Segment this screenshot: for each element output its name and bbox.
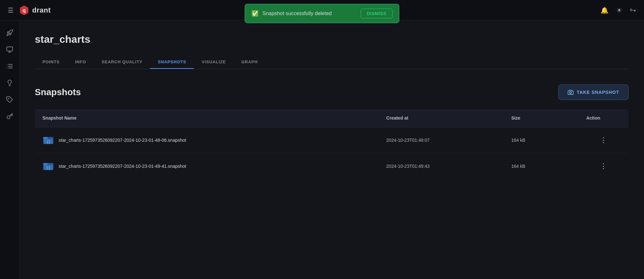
sidebar [0, 21, 19, 279]
tab-info[interactable]: INFO [67, 56, 94, 69]
svg-text:{ }: { } [47, 166, 50, 169]
logo-icon: q [19, 5, 30, 16]
col-header-size: Size [504, 109, 579, 127]
table-row: { } star_charts-1725973526092207-2024-10… [35, 153, 629, 179]
section-title: Snapshots [35, 87, 81, 97]
snapshot-size-1: 164 kB [504, 153, 579, 179]
table-header-row: Snapshot Name Created at Size Action [35, 109, 629, 127]
snapshot-size-0: 164 kB [504, 127, 579, 153]
tab-points[interactable]: POINTS [35, 56, 67, 69]
take-snapshot-label: TAKE SNAPSHOT [577, 90, 619, 95]
sidebar-item-tag[interactable] [3, 93, 17, 107]
snapshot-action-1[interactable]: ⋮ [579, 153, 629, 179]
toast-container: ✅ Snapshot successfully deleted DISMISS [245, 4, 399, 23]
tab-search-quality[interactable]: SEARCH QUALITY [94, 56, 150, 69]
content-area: star_charts POINTS INFO SEARCH QUALITY S… [19, 21, 644, 279]
action-menu-icon-0[interactable]: ⋮ [586, 136, 621, 144]
header-right: 🔔 ☀ 🗝 [601, 6, 636, 14]
sidebar-item-rocket[interactable] [3, 26, 17, 40]
sidebar-item-key[interactable] [3, 109, 17, 123]
sun-icon[interactable]: ☀ [616, 6, 622, 14]
col-header-name: Snapshot Name [35, 109, 379, 127]
snapshot-created-1: 2024-10-23T01:49:43 [379, 153, 504, 179]
page-title: star_charts [35, 33, 629, 45]
svg-point-15 [570, 92, 572, 94]
snapshot-action-0[interactable]: ⋮ [579, 127, 629, 153]
toast-message: Snapshot successfully deleted [262, 11, 357, 16]
sidebar-item-monitor[interactable] [3, 42, 17, 57]
folder-icon-1: { } [43, 160, 54, 172]
tab-snapshots[interactable]: SNAPSHOTS [150, 56, 194, 69]
camera-icon [568, 89, 573, 95]
bell-icon[interactable]: 🔔 [601, 6, 609, 14]
key-icon[interactable]: 🗝 [630, 6, 636, 14]
table-row: { } star_charts-1725973526092207-2024-10… [35, 127, 629, 153]
sidebar-item-list[interactable] [3, 59, 17, 73]
tab-graph[interactable]: GRAPH [233, 56, 265, 69]
snapshot-name-cell-1: { } star_charts-1725973526092207-2024-10… [35, 153, 379, 179]
hamburger-icon[interactable]: ☰ [8, 6, 14, 14]
svg-rect-21 [43, 163, 48, 165]
snapshot-name-0: star_charts-1725973526092207-2024-10-23-… [59, 138, 186, 143]
svg-point-13 [8, 98, 9, 99]
snapshot-name-cell-0: { } star_charts-1725973526092207-2024-10… [35, 127, 379, 153]
toast-dismiss-button[interactable]: DISMISS [361, 9, 393, 18]
svg-text:{ }: { } [47, 140, 50, 143]
logo-area: q drant [19, 5, 51, 16]
action-menu-icon-1[interactable]: ⋮ [586, 162, 621, 170]
snapshot-created-0: 2024-10-23T01:48:07 [379, 127, 504, 153]
tabs: POINTS INFO SEARCH QUALITY SNAPSHOTS VIS… [35, 56, 629, 69]
svg-rect-2 [6, 47, 12, 51]
tab-visualize[interactable]: VISUALIZE [194, 56, 233, 69]
svg-rect-17 [43, 137, 48, 139]
section-header: Snapshots TAKE SNAPSHOT [35, 85, 629, 100]
toast: ✅ Snapshot successfully deleted DISMISS [245, 4, 399, 23]
toast-check-icon: ✅ [251, 10, 259, 17]
col-header-action: Action [579, 109, 629, 127]
logo-text: drant [32, 6, 51, 14]
snapshot-table: Snapshot Name Created at Size Action { }… [35, 109, 629, 179]
main-layout: star_charts POINTS INFO SEARCH QUALITY S… [0, 21, 644, 279]
col-header-created: Created at [379, 109, 504, 127]
top-header: ☰ q drant ✅ Snapshot successfully delete… [0, 0, 644, 21]
take-snapshot-button[interactable]: TAKE SNAPSHOT [558, 85, 629, 100]
svg-text:q: q [23, 8, 26, 13]
snapshot-name-1: star_charts-1725973526092207-2024-10-23-… [59, 164, 186, 169]
folder-icon-0: { } [43, 134, 54, 146]
sidebar-item-bulb[interactable] [3, 76, 17, 90]
